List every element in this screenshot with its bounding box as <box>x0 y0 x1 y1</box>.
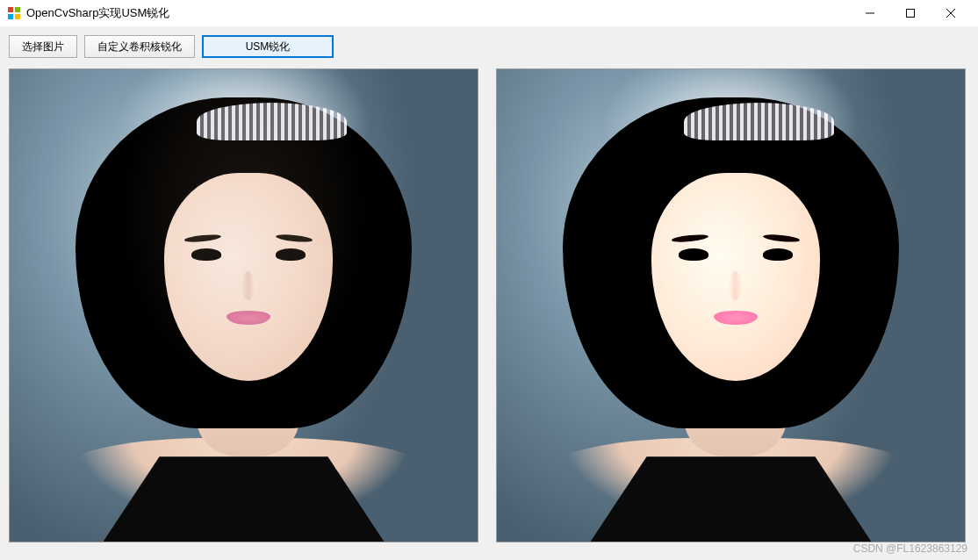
svg-rect-0 <box>8 7 13 12</box>
client-area: 选择图片 自定义卷积核锐化 USM锐化 <box>0 26 978 560</box>
original-image <box>10 69 478 542</box>
svg-rect-5 <box>907 10 915 18</box>
original-image-panel <box>9 68 478 542</box>
svg-rect-2 <box>8 14 13 19</box>
image-panels <box>9 68 969 542</box>
sharpened-image <box>497 69 965 542</box>
toolbar: 选择图片 自定义卷积核锐化 USM锐化 <box>9 35 969 58</box>
sharpened-image-panel <box>496 68 966 542</box>
select-image-button[interactable]: 选择图片 <box>9 35 77 58</box>
titlebar: OpenCvSharp实现USM锐化 <box>0 0 978 26</box>
close-button[interactable] <box>931 0 971 26</box>
watermark: CSDN @FL1623863129 <box>853 542 967 555</box>
svg-rect-3 <box>15 14 20 19</box>
svg-rect-1 <box>15 7 20 12</box>
usm-sharpen-button[interactable]: USM锐化 <box>202 35 334 58</box>
minimize-button[interactable] <box>850 0 890 26</box>
app-icon <box>7 6 21 20</box>
window-controls <box>850 0 971 26</box>
maximize-button[interactable] <box>890 0 931 26</box>
custom-kernel-sharpen-button[interactable]: 自定义卷积核锐化 <box>84 35 195 58</box>
window-title: OpenCvSharp实现USM锐化 <box>26 5 850 21</box>
